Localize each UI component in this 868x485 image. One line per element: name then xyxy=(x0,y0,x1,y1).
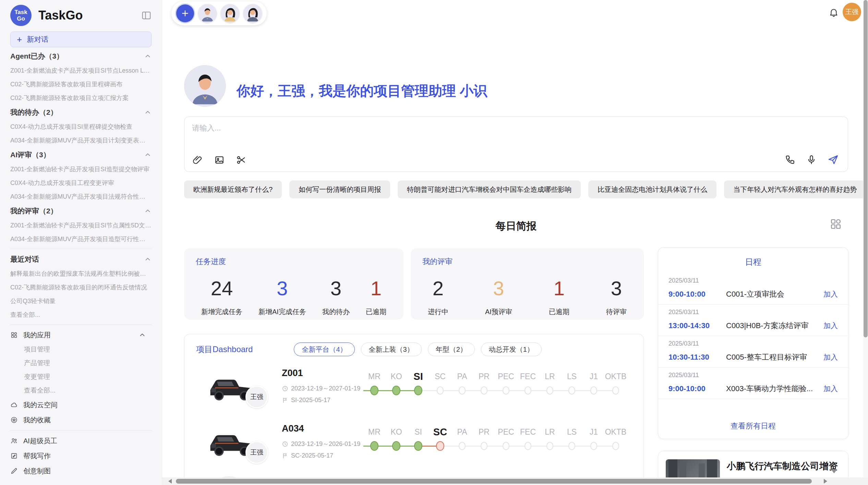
sidebar-section-header[interactable]: 我的待办（2） xyxy=(10,105,152,120)
milestone-label: LS xyxy=(561,369,583,384)
user-avatar[interactable]: 王强 xyxy=(843,3,861,21)
app-sub-item[interactable]: 变更管理 xyxy=(10,370,152,384)
recent-chat-item[interactable]: C02-飞腾新能源轻客改款项目的闭环通告反馈情况 xyxy=(10,281,152,294)
sidebar-section-header[interactable]: AI评审（3） xyxy=(10,147,152,162)
suggestion-chip[interactable]: 比亚迪全固态电池计划具体说了什么 xyxy=(588,181,716,198)
milestone-node xyxy=(363,384,385,397)
recent-chat-item[interactable]: 解释最新出台的欧盟报废车法规再生塑料比例被调至15%... xyxy=(10,267,152,281)
recent-chat-item[interactable]: 公司Q3轻卡销量 xyxy=(10,294,152,308)
schedule-event-title: C003|H0B-方案冻结评审 xyxy=(726,321,819,331)
sidebar-item-write[interactable]: 帮我写作 xyxy=(10,448,152,463)
sidebar-item[interactable]: A034-全新新能源MUV产品开发项目法规符合性评审 xyxy=(10,190,152,203)
project-code: Z001 xyxy=(282,368,303,378)
assistant-avatar-3[interactable] xyxy=(243,4,262,23)
scroll-left-arrow[interactable] xyxy=(168,479,172,484)
project-code: A034 xyxy=(282,423,304,434)
schedule-card: 日程 2025/03/119:00-10:00C001-立项审批会加入2025/… xyxy=(658,247,848,439)
sidebar-collapse-icon[interactable] xyxy=(141,10,152,21)
sidebar-item-label: AI超级员工 xyxy=(23,436,152,446)
sidebar-item[interactable]: A034-全新新能源MUV产品开发项目造型可行性评审 xyxy=(10,232,152,246)
app-title: TaskGo xyxy=(38,8,141,23)
sidebar-item[interactable]: Z001-全新燃油轻卡产品开发项目SI造型提交物评审 xyxy=(10,162,152,176)
project-dates-text: 2023-12-19～2026-01-19 xyxy=(291,440,360,448)
milestone-label: SI xyxy=(407,369,429,384)
assistant-avatar-2[interactable] xyxy=(221,4,239,23)
quick-access-bar xyxy=(171,1,267,25)
milestone-label: J1 xyxy=(583,425,605,439)
join-link[interactable]: 加入 xyxy=(823,352,838,362)
sidebar-item[interactable]: Z001-全新燃油皮卡产品开发项目SI节点Lesson Learn报告 xyxy=(10,64,152,77)
join-link[interactable]: 加入 xyxy=(823,384,838,394)
sidebar-item-my-apps[interactable]: 我的应用 xyxy=(10,327,152,343)
sidebar-item[interactable]: C0X4-动力总成开发项目工程变更评审 xyxy=(10,176,152,190)
sidebar-section-header[interactable]: 最近对话 xyxy=(10,252,152,267)
suggestion-chip[interactable]: 如何写一份清晰的项目周报 xyxy=(289,181,390,198)
view-all-apps-link[interactable]: 查看全部... xyxy=(10,384,152,397)
milestone-node xyxy=(429,384,451,397)
stat-label: 待评审 xyxy=(606,307,627,316)
composer-left-tools xyxy=(192,154,247,165)
stat-label: 新增AI完成任务 xyxy=(258,307,306,316)
app-sub-item[interactable]: 产品管理 xyxy=(10,356,152,370)
suggestion-chip[interactable]: 欧洲新规最近颁布了什么? xyxy=(184,181,282,198)
milestone-dot xyxy=(414,386,422,395)
vertical-scrollbar-thumb[interactable] xyxy=(864,0,868,337)
sidebar-item[interactable]: C02-飞腾新能源轻客改款项目立项汇报方案 xyxy=(10,91,152,105)
stat-card-title: 我的评审 xyxy=(422,257,632,267)
view-all-schedule-link[interactable]: 查看所有日程 xyxy=(658,421,848,431)
sidebar-item-cloud[interactable]: 我的云空间 xyxy=(10,397,152,412)
sidebar-item-label: 我的云空间 xyxy=(23,400,152,410)
horizontal-scrollbar-thumb[interactable] xyxy=(176,479,812,484)
send-icon[interactable] xyxy=(827,154,839,165)
microphone-icon[interactable] xyxy=(806,154,817,165)
sidebar-item[interactable]: Z001-全新燃油轻卡产品开发项目SI节点属性5D文件评审 xyxy=(10,219,152,232)
tab-年型（2）[interactable]: 年型（2） xyxy=(428,343,475,356)
project-dates: 2023-12-19～2026-01-19 xyxy=(282,440,360,448)
assistant-avatar-1[interactable] xyxy=(198,4,217,23)
join-link[interactable]: 加入 xyxy=(823,289,838,299)
stat-value: 24 xyxy=(201,278,242,298)
sidebar-item[interactable]: C02-飞腾新能源轻客改款项目里程碑画布 xyxy=(10,77,152,91)
tab-动总开发（1）[interactable]: 动总开发（1） xyxy=(481,343,542,356)
sidebar-item-pencil[interactable]: 创意制图 xyxy=(10,463,152,478)
cloud-icon xyxy=(10,401,18,409)
chat-composer xyxy=(184,116,848,172)
view-all-chats-link[interactable]: 查看全部... xyxy=(10,308,152,322)
project-row-A034[interactable]: 王强A0342023-12-19～2026-01-19SC-2025-05-17… xyxy=(184,421,643,475)
suggestion-chip[interactable]: 特朗普可能对进口汽车增税会对中国车企造成哪些影响 xyxy=(398,181,581,198)
write-icon xyxy=(10,452,18,460)
stat-block: 1已逾期 xyxy=(549,278,569,316)
scroll-right-arrow[interactable] xyxy=(824,479,827,484)
milestone-dot xyxy=(546,386,553,395)
chat-input[interactable] xyxy=(192,123,836,144)
join-link[interactable]: 加入 xyxy=(823,321,838,331)
dashboard-tabs: 全新平台（4）全新上装（3）年型（2）动总开发（1） xyxy=(294,343,542,356)
notification-bell-icon[interactable] xyxy=(829,7,839,17)
voice-call-icon[interactable] xyxy=(785,154,796,165)
tab-全新平台（4）[interactable]: 全新平台（4） xyxy=(294,343,354,356)
milestone-dot xyxy=(481,442,487,450)
project-row-Z001[interactable]: 王强Z0012023-12-19～2027-01-19SI-2025-05-17… xyxy=(184,365,643,419)
suggestion-chip[interactable]: 当下年轻人对汽车外观有怎样的喜好趋势 xyxy=(724,181,866,198)
add-assistant-button[interactable] xyxy=(176,4,194,22)
app-sub-item[interactable]: 项目管理 xyxy=(10,343,152,356)
milestone-node xyxy=(561,439,583,453)
milestone-label: OKTB xyxy=(605,369,627,384)
tab-全新上装（3）[interactable]: 全新上装（3） xyxy=(361,343,422,356)
sidebar-section-header[interactable]: Agent已办（3） xyxy=(10,49,152,64)
sidebar-item[interactable]: A034-全新新能源MUV产品开发项目计划变更表编写 xyxy=(10,134,152,147)
sidebar-item-people[interactable]: AI超级员工 xyxy=(10,433,152,448)
chevron-up-icon xyxy=(144,207,152,215)
milestone-node xyxy=(517,439,539,453)
chevron-up-icon xyxy=(144,109,152,116)
sidebar-item[interactable]: C0X4-动力总成开发项目SI里程碑提交物检查 xyxy=(10,120,152,134)
sidebar-item-collection[interactable]: 我的收藏 xyxy=(10,412,152,427)
sidebar-section-header[interactable]: 我的评审（2） xyxy=(10,203,152,219)
screenshot-scissors-icon[interactable] xyxy=(236,154,247,165)
sidebar-recent: 最近对话解释最新出台的欧盟报废车法规再生塑料比例被调至15%...C02-飞腾新… xyxy=(10,252,152,322)
attachment-icon[interactable] xyxy=(192,154,203,165)
new-chat-button[interactable]: + 新对话 xyxy=(10,32,152,47)
scroll-down-arrow[interactable] xyxy=(831,469,837,473)
image-upload-icon[interactable] xyxy=(214,154,225,165)
layout-grid-icon[interactable] xyxy=(830,218,842,230)
